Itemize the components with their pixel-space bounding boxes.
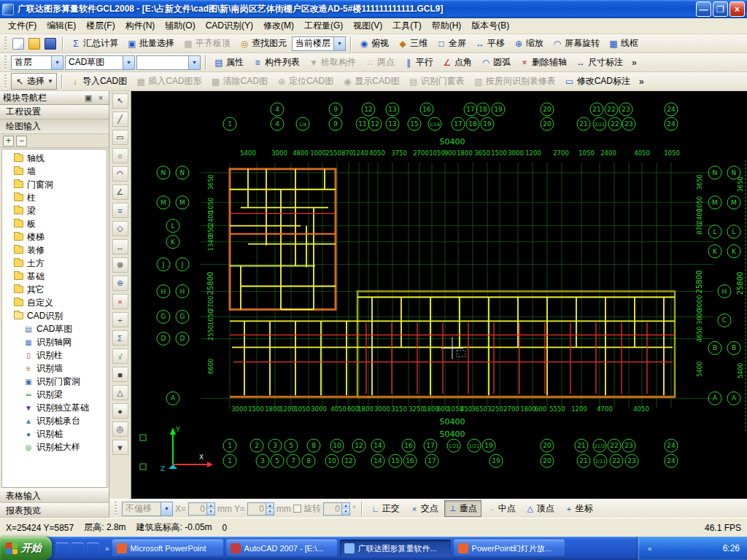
tree-item[interactable]: 土方: [2, 257, 107, 270]
coordinate-snap-button[interactable]: + 坐标: [560, 500, 597, 517]
zoom-button[interactable]: ⊕ 缩放: [510, 35, 547, 52]
show-cad-button[interactable]: ◉ 显示CAD图: [338, 73, 403, 90]
overflow-icon[interactable]: »: [628, 55, 640, 70]
close-button[interactable]: ×: [729, 1, 745, 17]
toolbar-grip[interactable]: [115, 502, 117, 516]
find-element-button[interactable]: ◎ 查找图元: [236, 35, 290, 52]
point-tool-icon[interactable]: ●: [112, 403, 128, 419]
polygon-tool-icon[interactable]: ◇: [112, 221, 128, 236]
two-point-button[interactable]: ∴ 两点: [361, 54, 398, 71]
close-icon[interactable]: ×: [96, 93, 106, 102]
new-file-icon[interactable]: [12, 38, 24, 50]
move-tool-icon[interactable]: ↔: [112, 239, 128, 254]
tree-item-recognize-beam[interactable]: ═ 识别梁: [2, 388, 107, 401]
insert-cad-button[interactable]: ▦ 插入CAD图形: [132, 73, 205, 90]
intersection-snap-button[interactable]: × 交点: [406, 500, 443, 517]
circle-tool-icon[interactable]: ○: [112, 148, 128, 163]
chevron-down-icon[interactable]: ▼: [333, 37, 345, 50]
menu-item[interactable]: 修改(M): [258, 18, 299, 34]
tray-chevron-icon[interactable]: «: [646, 545, 654, 553]
tree-item-recognize-pile-cap[interactable]: ▲ 识别桩承台: [2, 414, 107, 427]
stepper-arrows[interactable]: ▲▼: [341, 503, 349, 515]
recognize-decoration-by-room-button[interactable]: ▥ 按房间识别装修表: [470, 73, 560, 90]
section-drawing-input[interactable]: 绘图输入: [0, 120, 109, 134]
parallel-button[interactable]: ∥ 平行: [400, 54, 437, 71]
tree-item[interactable]: 梁: [2, 204, 107, 217]
delete-tool-icon[interactable]: ⊗: [112, 257, 128, 273]
recognize-door-window-table-button[interactable]: ▤ 识别门窗表: [405, 73, 468, 90]
overflow-icon[interactable]: »: [635, 74, 648, 89]
floor-select-combo[interactable]: 首层 ▼: [11, 55, 63, 70]
menu-item[interactable]: 编辑(E): [42, 18, 81, 34]
tree-item[interactable]: 门窗洞: [2, 178, 107, 191]
screen-rotate-button[interactable]: ◠ 屏幕旋转: [549, 35, 603, 52]
dimension-button[interactable]: ↔ 尺寸标注: [572, 54, 627, 71]
tree-item-recognize-pile-detail[interactable]: ◎ 识别桩大样: [2, 440, 107, 454]
toolbar-grip[interactable]: [4, 74, 7, 89]
task-autocad[interactable]: AutoCAD 2007 - [E:\...: [226, 540, 337, 557]
angle-tool-icon[interactable]: ∠: [112, 184, 128, 200]
restore-button[interactable]: ❐: [713, 1, 728, 17]
toolbar-grip[interactable]: [4, 55, 7, 70]
calc-tool-icon[interactable]: Σ: [112, 330, 128, 346]
toolbar-grip[interactable]: [4, 36, 7, 51]
stepper-arrows[interactable]: ▲▼: [206, 503, 214, 515]
collapse-all-button[interactable]: −: [16, 136, 27, 147]
triangle-tool-icon[interactable]: △: [112, 385, 128, 400]
section-report-preview[interactable]: 报表预览: [0, 503, 109, 518]
arc-button[interactable]: ◠ 圆弧: [477, 54, 514, 71]
section-table-input[interactable]: 表格输入: [0, 489, 109, 503]
minimize-button[interactable]: —: [696, 1, 711, 17]
tree-item-cad-recognition[interactable]: CAD识别: [2, 309, 107, 322]
section-project-settings[interactable]: 工程设置: [0, 105, 109, 120]
menu-item[interactable]: 辅助(O): [160, 18, 200, 34]
tree-item[interactable]: 墙: [2, 165, 107, 178]
ie-icon[interactable]: [71, 542, 84, 555]
tree-item-recognize-pile[interactable]: ● 识别桩: [2, 427, 107, 440]
menu-item[interactable]: 工程量(G): [299, 18, 348, 34]
chevron-down-icon[interactable]: ▼: [188, 56, 200, 69]
chevron-down-icon[interactable]: ▼: [123, 56, 134, 69]
tree-item[interactable]: 板: [2, 217, 107, 230]
task-glodon[interactable]: 广联达图形算量软件...: [340, 540, 451, 557]
rect-tool-icon[interactable]: ▭: [112, 130, 128, 145]
menu-item[interactable]: 构件(N): [120, 18, 160, 34]
tree-item[interactable]: 柱: [2, 191, 107, 204]
menu-item[interactable]: 帮助(H): [427, 18, 467, 34]
save-icon[interactable]: [44, 38, 56, 50]
task-pp-slideshow[interactable]: PowerPoint幻灯片放...: [454, 540, 565, 557]
menu-item[interactable]: 文件(F): [3, 18, 42, 34]
tree-item[interactable]: 自定义: [2, 296, 107, 309]
stepper-arrows[interactable]: ▲▼: [266, 503, 274, 515]
component-type-combo[interactable]: CAD草图 ▼: [65, 55, 135, 70]
y-offset-stepper[interactable]: 0 ▲▼: [247, 502, 274, 516]
pick-component-button[interactable]: ▼ 拾取构件: [305, 54, 360, 71]
vertex-snap-button[interactable]: △ 顶点: [522, 500, 559, 517]
x-offset-stepper[interactable]: 0 ▲▼: [188, 502, 215, 516]
divide-tool-icon[interactable]: ÷: [112, 312, 128, 327]
tree-item-cad-sketch[interactable]: ▤ CAD草图: [2, 322, 107, 335]
full-screen-button[interactable]: □ 全屏: [433, 35, 470, 52]
ortho-button[interactable]: ∟ 正交: [367, 500, 404, 517]
tree-item[interactable]: 轴线: [2, 152, 107, 165]
clear-cad-button[interactable]: ▩ 清除CAD图: [207, 73, 271, 90]
delete-aux-axis-button[interactable]: × 删除辅轴: [516, 54, 570, 71]
task-powerpoint[interactable]: Microsoft PowerPoint: [112, 540, 223, 557]
copy-tool-icon[interactable]: ⊕: [112, 276, 128, 291]
tree-item[interactable]: 基础: [2, 270, 107, 283]
cad-canvas[interactable]: 491213161718192021222324141/49111213151/…: [131, 91, 747, 499]
layer-tool-icon[interactable]: ▼: [112, 440, 128, 455]
pin-icon[interactable]: ▣: [83, 93, 93, 103]
fill-tool-icon[interactable]: ■: [112, 367, 128, 382]
arc-tool-icon[interactable]: ◠: [112, 166, 128, 182]
tree-item-recognize-wall[interactable]: ≡ 识别墙: [2, 362, 107, 375]
properties-button[interactable]: ▤ 属性: [210, 54, 247, 71]
show-desktop-icon[interactable]: [56, 542, 69, 555]
tree-item-recognize-door-window[interactable]: ▣ 识别门窗洞: [2, 375, 107, 388]
tree-item-recognize-column[interactable]: ▯ 识别柱: [2, 349, 107, 362]
tree-item-recognize-axis-grid[interactable]: ▦ 识别轴网: [2, 335, 107, 349]
menu-item[interactable]: 版本号(B): [466, 18, 514, 34]
offset-mode-combo[interactable]: 不偏移 ▼: [122, 502, 173, 516]
component-name-combo[interactable]: ▼: [136, 55, 201, 70]
menu-item[interactable]: 楼层(F): [81, 18, 120, 34]
